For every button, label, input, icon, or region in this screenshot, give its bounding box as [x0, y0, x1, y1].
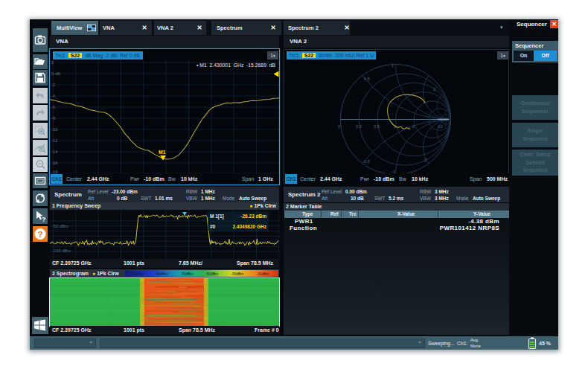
svg-text:?: ? — [38, 230, 43, 239]
svg-text:-8: -8 — [51, 116, 55, 121]
svg-text:2: 2 — [412, 124, 415, 129]
svg-text:-70dBm: -70dBm — [180, 272, 194, 276]
svg-text:-90dBm: -90dBm — [155, 272, 168, 276]
svg-text:0: 0 — [338, 124, 340, 129]
svg-text:1: 1 — [392, 63, 394, 68]
svg-text:2: 2 — [424, 158, 426, 162]
svg-text:M1: M1 — [159, 150, 166, 155]
svg-text:-10dBm: -10dBm — [256, 272, 269, 276]
svg-text:0.2: 0.2 — [356, 124, 362, 129]
svg-text:0.5: 0.5 — [364, 159, 370, 164]
svg-text:• M1 2.430001 GHz -15.2689: • M1 2.430001 GHz -15.2689 dB — [196, 62, 275, 68]
svg-text:-50 dBm: -50 dBm — [52, 224, 68, 228]
svg-text:-100 dBm: -100 dBm — [52, 248, 71, 253]
svg-text:-110dBm: -110dBm — [130, 272, 144, 276]
svg-text:-4: -4 — [51, 94, 56, 98]
svg-text:-2: -2 — [51, 83, 55, 87]
svg-text:-6: -6 — [51, 105, 55, 109]
svg-text:-14: -14 — [51, 150, 58, 154]
svg-text:M 1[1]: M 1[1] — [210, 214, 224, 219]
svg-text:0.5: 0.5 — [364, 77, 370, 81]
svg-text:2: 2 — [51, 60, 54, 65]
svg-text:0.5: 0.5 — [374, 124, 380, 129]
svg-text:10: 10 — [438, 124, 442, 129]
svg-text:0 dB: 0 dB — [51, 71, 60, 76]
svg-text:2: 2 — [433, 87, 435, 92]
svg-text:?: ? — [42, 216, 46, 223]
svg-text:#0: #0 — [210, 224, 216, 229]
svg-text:-30dBm: -30dBm — [231, 272, 244, 276]
svg-text:-50dBm: -50dBm — [205, 272, 219, 276]
svg-text:-16: -16 — [51, 161, 57, 165]
svg-text:-12: -12 — [51, 138, 57, 143]
svg-text:-10: -10 — [51, 127, 57, 132]
svg-text:2.4049820 GHz: 2.4049820 GHz — [232, 224, 266, 229]
svg-text:-26.23 dBm: -26.23 dBm — [240, 214, 266, 219]
